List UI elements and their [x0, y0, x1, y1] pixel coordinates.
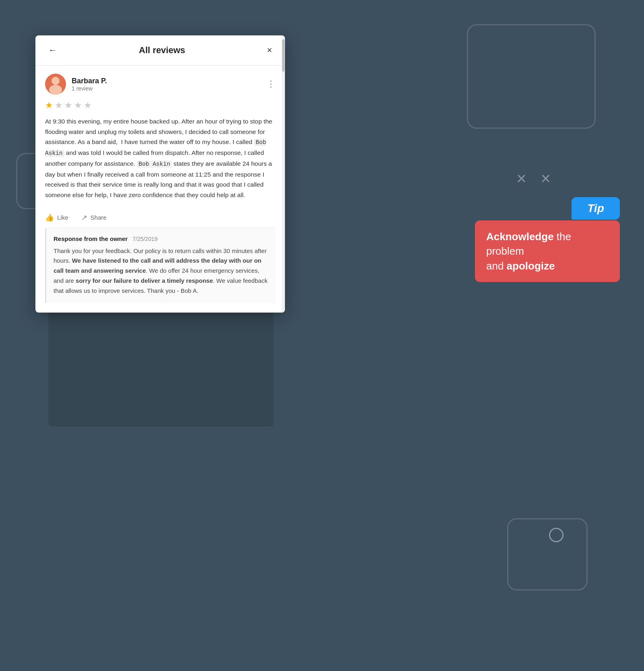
tip-tooltip: Acknowledge the problemand apologize [475, 220, 620, 282]
star-5: ★ [84, 100, 92, 111]
review-actions: 👍 Like ↗ Share [45, 208, 275, 228]
review-item: Barbara P. 1 review ⋮ ★ ★ ★ ★ ★ At 9:30 … [35, 66, 285, 228]
reviewer-name: Barbara P. [72, 77, 107, 85]
like-button[interactable]: 👍 Like [45, 213, 68, 222]
close-icon: × [267, 45, 272, 55]
scrollbar-track[interactable] [282, 35, 285, 313]
reviewer-name-info: Barbara P. 1 review [72, 77, 107, 92]
tip-bold-acknowledge: Acknowledge [486, 231, 554, 243]
reviewer-count: 1 review [72, 85, 107, 92]
bg-x-marks: × × [516, 169, 555, 188]
tip-tooltip-text: Acknowledge the problemand apologize [486, 229, 609, 273]
review-text: At 9:30 this evening, my entire house ba… [45, 116, 275, 200]
share-button[interactable]: ↗ Share [81, 213, 107, 222]
bg-decoration-bottom-right [507, 518, 588, 591]
bg-circle-decoration [549, 528, 564, 542]
more-options-icon[interactable]: ⋮ [266, 79, 275, 89]
response-bold-1: We have listened to the call and will ad… [54, 257, 262, 274]
modal-body: Barbara P. 1 review ⋮ ★ ★ ★ ★ ★ At 9:30 … [35, 66, 285, 303]
tip-badge-label: Tip [587, 202, 604, 215]
response-text: Thank you for your feedback. Our policy … [54, 246, 268, 296]
response-header: Response from the owner 7/25/2019 [54, 235, 268, 242]
scrollbar-thumb[interactable] [282, 39, 285, 72]
tip-badge: Tip [572, 197, 620, 220]
svg-point-1 [49, 85, 62, 95]
reviews-modal: ← All reviews × [35, 35, 285, 313]
avatar-svg [45, 74, 66, 95]
modal-title: All reviews [139, 45, 185, 56]
owner-response: Response from the owner 7/25/2019 Thank … [45, 228, 275, 303]
star-1: ★ [45, 100, 53, 111]
reviewer-info: Barbara P. 1 review [45, 74, 107, 95]
reviewer-avatar [45, 74, 66, 95]
like-label: Like [57, 214, 68, 221]
star-4: ★ [74, 100, 82, 111]
response-date: 7/25/2019 [132, 236, 157, 242]
reviewer-row: Barbara P. 1 review ⋮ [45, 74, 275, 95]
response-bold-2: sorry for our failure to deliver a timel… [76, 277, 213, 284]
business-name-1: Bob Askin [45, 139, 266, 157]
like-icon: 👍 [45, 213, 54, 222]
share-icon: ↗ [81, 213, 87, 222]
tip-bold-apologize: apologize [507, 260, 555, 272]
star-3: ★ [64, 100, 72, 111]
stars-row: ★ ★ ★ ★ ★ [45, 100, 275, 111]
close-button[interactable]: × [264, 43, 275, 57]
business-name-2: Bob Askin [137, 161, 171, 168]
svg-point-0 [52, 77, 60, 85]
response-label: Response from the owner [54, 235, 128, 242]
back-arrow-icon: ← [48, 45, 57, 56]
modal-header: ← All reviews × [35, 35, 285, 66]
bg-decoration-top-right [467, 24, 596, 129]
star-2: ★ [55, 100, 63, 111]
share-label: Share [91, 214, 107, 221]
back-button[interactable]: ← [45, 43, 60, 57]
